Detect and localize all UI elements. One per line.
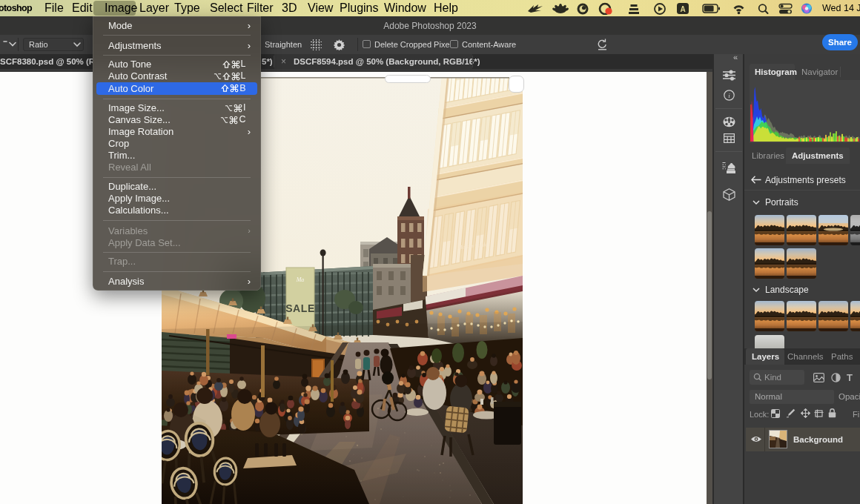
svg-text:SALE: SALE: [285, 302, 315, 314]
svg-text:A: A: [680, 5, 685, 13]
svg-text:Ma: Ma: [296, 276, 305, 283]
svg-text:i: i: [728, 92, 730, 99]
